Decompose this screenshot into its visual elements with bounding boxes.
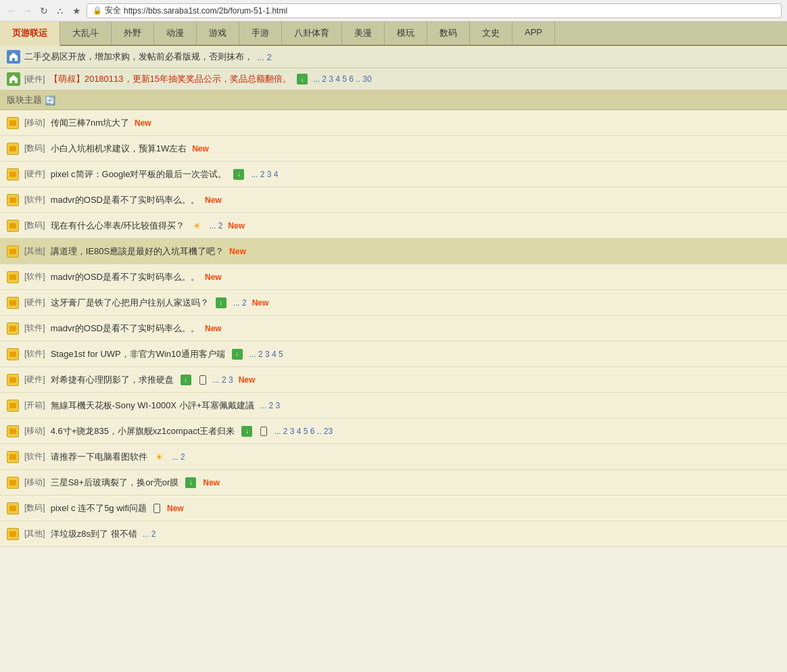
topic-title-16[interactable]: 洋垃圾z8s到了 很不错 <box>51 528 137 540</box>
nav-tab-动漫[interactable]: 动漫 <box>154 22 197 45</box>
refresh-icon[interactable]: 🔄 <box>45 95 55 105</box>
topic-tag-9: [软件] <box>24 348 45 360</box>
sticky2-tag: [硬件] <box>24 74 45 85</box>
topic-icon-14 <box>7 477 19 489</box>
topic-title-4[interactable]: 现在有什么心率表/环比较值得买？ <box>51 220 185 232</box>
topic-tag-16: [其他] <box>24 528 45 539</box>
new-badge-6: New <box>205 272 222 282</box>
sticky2-pages: ... 2 3 4 5 6 .. 30 <box>313 74 372 84</box>
dl-icon-12: ↓ <box>241 426 252 437</box>
topics-list: [移动]传闻三棒7nm坑大了New[数码]小白入坑相机求建议，预算1W左右New… <box>0 110 787 547</box>
topic-row-12: [移动]4.6寸+骁龙835，小屏旗舰xz1compact王者归来↓... 2 … <box>0 418 787 444</box>
page-links-4: ... 2 <box>209 221 222 231</box>
nav-tab-APP[interactable]: APP <box>512 22 555 45</box>
nav-tab-游戏[interactable]: 游戏 <box>197 22 239 45</box>
sticky2-title[interactable]: 【萌叔】20180113，更新15年抽奖奖品公示，奖品总额翻倍。 <box>49 73 291 85</box>
topic-tag-15: [数码] <box>24 502 45 514</box>
topic-row-0: [移动]传闻三棒7nm坑大了New <box>0 110 787 136</box>
topic-tag-2: [硬件] <box>24 168 45 180</box>
new-badge-15: New <box>167 504 184 513</box>
section-header-text: 版块主题 <box>7 94 42 106</box>
topic-title-12[interactable]: 4.6寸+骁龙835，小屏旗舰xz1compact王者归来 <box>51 425 235 437</box>
page-links-16: ... 2 <box>143 529 156 539</box>
nav-tab-八卦体育[interactable]: 八卦体育 <box>282 22 342 45</box>
topic-icon-12 <box>7 425 19 437</box>
content: 二手交易区开放，增加求购，发帖前必看版规，否则抹布， ... 2 [硬件] 【萌… <box>0 46 787 547</box>
topic-row-6: [软件]madvr的OSD是看不了实时码率么。。New <box>0 264 787 290</box>
topic-title-3[interactable]: madvr的OSD是看不了实时码率么。。 <box>51 194 199 206</box>
topic-title-7[interactable]: 这牙膏厂是铁了心把用户往别人家送吗？ <box>51 297 209 309</box>
topic-row-14: [移动]三星S8+后玻璃裂了，换or壳or膜↓New <box>0 470 787 496</box>
topic-icon-6 <box>7 271 19 283</box>
topic-row-3: [软件]madvr的OSD是看不了实时码率么。。New <box>0 187 787 213</box>
page-links-11: ... 2 3 <box>260 401 280 410</box>
topic-title-1[interactable]: 小白入坑相机求建议，预算1W左右 <box>51 143 187 155</box>
nav-tab-数码[interactable]: 数码 <box>427 22 470 45</box>
sun-icon-4: ☀ <box>191 220 202 231</box>
address-text: 安全 <box>105 5 121 16</box>
nav-tabs: 页游联运大乱斗外野动漫游戏手游八卦体育美漫模玩数码文史APP <box>0 22 787 46</box>
bookmark-button[interactable]: ★ <box>70 5 82 17</box>
topic-icon-3 <box>7 194 19 206</box>
topic-title-6[interactable]: madvr的OSD是看不了实时码率么。。 <box>51 271 199 283</box>
new-badge-7: New <box>252 298 269 308</box>
topic-icon-16 <box>7 528 19 540</box>
topic-tag-11: [开箱] <box>24 400 45 411</box>
topic-title-0[interactable]: 传闻三棒7nm坑大了 <box>51 117 129 129</box>
topic-icon-0 <box>7 117 19 129</box>
topic-icon-2 <box>7 168 19 181</box>
address-bar[interactable]: 🔒 安全 https://bbs.saraba1st.com/2b/forum-… <box>87 3 782 18</box>
topic-icon-8 <box>7 322 19 335</box>
new-badge-8: New <box>205 324 222 333</box>
topic-row-15: [数码]pixel c 连不了5g wifi问题New <box>0 496 787 521</box>
topic-title-8[interactable]: madvr的OSD是看不了实时码率么。。 <box>51 322 199 335</box>
topic-row-9: [软件]Stage1st for UWP，非官方Win10通用客户端↓... 2… <box>0 341 787 367</box>
topic-title-11[interactable]: 無線耳機天花板-Sony WI-1000X 小評+耳塞佩戴建議 <box>51 400 255 412</box>
topic-tag-12: [移动] <box>24 425 45 437</box>
topic-row-4: [数码]现在有什么心率表/环比较值得买？☀... 2New <box>0 213 787 239</box>
page-links-9: ... 2 3 4 5 <box>249 350 283 359</box>
back-button[interactable]: ← <box>5 5 18 17</box>
nav-tab-页游联运[interactable]: 页游联运 <box>0 22 60 46</box>
nav-tab-手游[interactable]: 手游 <box>239 22 282 45</box>
new-badge-14: New <box>203 478 220 487</box>
phone-icon-12 <box>260 427 267 436</box>
reload-button[interactable]: ↻ <box>38 5 50 17</box>
topic-title-2[interactable]: pixel c简评：Google对平板的最后一次尝试。 <box>51 168 227 181</box>
topic-icon-15 <box>7 502 19 514</box>
topic-icon-1 <box>7 143 19 155</box>
sticky1-suffix: ... 2 <box>257 52 272 62</box>
topic-tag-8: [软件] <box>24 322 45 334</box>
new-badge-10: New <box>239 375 256 385</box>
dl-icon-7: ↓ <box>216 297 226 308</box>
topic-row-1: [数码]小白入坑相机求建议，预算1W左右New <box>0 136 787 162</box>
dl-icon-2: ↓ <box>233 169 244 180</box>
topic-title-14[interactable]: 三星S8+后玻璃裂了，换or壳or膜 <box>51 477 179 489</box>
home-button[interactable]: ⛬ <box>54 5 66 17</box>
topic-row-13: [软件]请推荐一下电脑看图软件☀... 2 <box>0 444 787 470</box>
topic-title-5[interactable]: 講道理，IE80S應該是最好的入坑耳機了吧？ <box>51 245 224 258</box>
nav-tab-美漫[interactable]: 美漫 <box>342 22 385 45</box>
topic-title-15[interactable]: pixel c 连不了5g wifi问题 <box>51 502 147 514</box>
phone-icon-10 <box>199 375 206 385</box>
sticky2-dl-icon: ↓ <box>297 74 308 85</box>
topic-tag-6: [软件] <box>24 271 45 283</box>
topic-row-7: [硬件]这牙膏厂是铁了心把用户往别人家送吗？↓... 2New <box>0 290 787 316</box>
topic-title-9[interactable]: Stage1st for UWP，非官方Win10通用客户端 <box>51 348 225 360</box>
nav-tab-外野[interactable]: 外野 <box>112 22 154 45</box>
url-text: https://bbs.saraba1st.com/2b/forum-51-1.… <box>124 6 287 16</box>
new-badge-0: New <box>135 118 151 128</box>
topic-tag-14: [移动] <box>24 477 45 488</box>
nav-tab-文史[interactable]: 文史 <box>470 22 512 45</box>
page-links-2: ... 2 3 4 <box>251 170 278 179</box>
nav-tab-模玩[interactable]: 模玩 <box>385 22 427 45</box>
topic-title-13[interactable]: 请推荐一下电脑看图软件 <box>51 451 147 463</box>
forward-button[interactable]: → <box>22 5 34 17</box>
topic-tag-5: [其他] <box>24 245 45 257</box>
topic-icon-11 <box>7 400 19 412</box>
home-sticky-icon <box>7 50 20 64</box>
topic-icon-9 <box>7 348 19 360</box>
topic-tag-13: [软件] <box>24 451 45 462</box>
nav-tab-大乱斗[interactable]: 大乱斗 <box>60 22 112 45</box>
topic-title-10[interactable]: 对希捷有心理阴影了，求推硬盘 <box>51 374 174 386</box>
